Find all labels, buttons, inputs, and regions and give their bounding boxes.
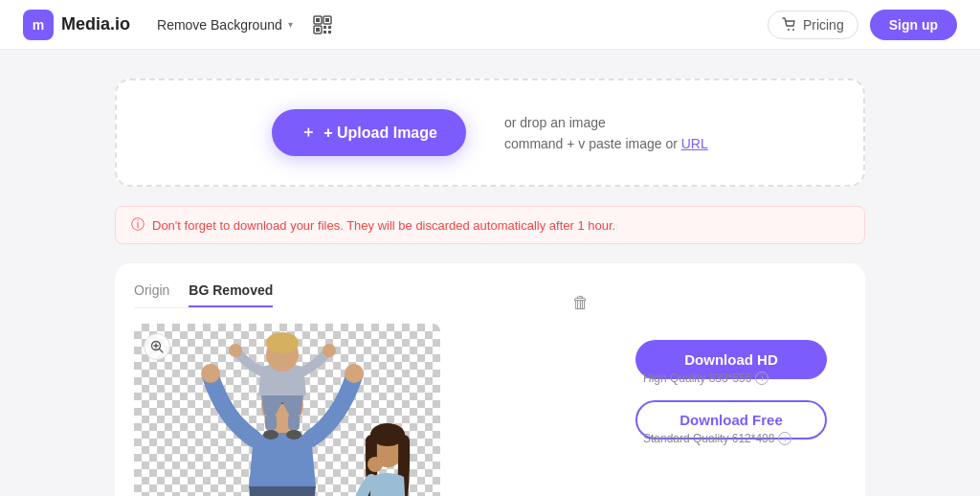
svg-point-10: [788, 29, 790, 31]
upload-label: + Upload Image: [323, 124, 437, 142]
right-panel: Download HD High Quality 833*555 i Downl…: [635, 282, 846, 445]
url-link[interactable]: URL: [681, 136, 708, 151]
svg-rect-3: [325, 18, 329, 22]
upload-icon: ＋: [301, 123, 316, 143]
result-left: Origin BG Removed 🗑: [134, 282, 597, 496]
svg-rect-6: [323, 26, 326, 29]
image-preview: [134, 324, 440, 496]
svg-rect-5: [316, 28, 320, 32]
header-right: Pricing Sign up: [768, 10, 957, 40]
pricing-label: Pricing: [803, 17, 844, 33]
pricing-button[interactable]: Pricing: [768, 11, 858, 39]
warning-banner: ⓘ Don't forget to download your files. T…: [115, 206, 865, 244]
upload-area: ＋ + Upload Image or drop an image comman…: [115, 79, 865, 187]
tab-bg-removed[interactable]: BG Removed: [189, 282, 273, 307]
logo-text: Media.io: [61, 14, 130, 34]
logo: m Media.io: [23, 10, 130, 40]
hd-download-section: Download HD High Quality 833*555 i: [635, 340, 846, 385]
chevron-down-icon: ▾: [288, 19, 293, 30]
svg-point-19: [201, 364, 220, 383]
svg-point-24: [266, 332, 299, 353]
qr-icon: [312, 14, 333, 35]
main-content: ＋ + Upload Image or drop an image comman…: [0, 50, 980, 496]
tool-name: Remove Background: [157, 17, 282, 33]
signup-label: Sign up: [889, 17, 938, 33]
svg-rect-7: [328, 26, 331, 29]
svg-rect-9: [328, 31, 331, 34]
upload-hints: or drop an image command + v paste image…: [504, 115, 708, 151]
svg-rect-27: [265, 414, 277, 431]
svg-point-30: [286, 430, 301, 440]
free-download-section: Download Free Standard Quality 612*408 i: [635, 400, 846, 445]
hd-info-icon[interactable]: i: [755, 372, 768, 385]
signup-button[interactable]: Sign up: [870, 10, 957, 40]
svg-rect-8: [323, 31, 326, 34]
svg-point-32: [370, 423, 405, 446]
qr-button[interactable]: [308, 11, 337, 39]
tool-selector[interactable]: Remove Background ▾: [149, 13, 301, 36]
svg-point-26: [323, 344, 336, 357]
result-card: Origin BG Removed 🗑: [115, 263, 865, 496]
download-hd-label: Download HD: [684, 351, 778, 368]
warning-text: Don't forget to download your files. The…: [152, 218, 615, 233]
logo-icon: m: [23, 10, 54, 40]
delete-button[interactable]: 🗑: [568, 289, 593, 316]
svg-point-33: [368, 457, 383, 472]
people-illustration: [134, 324, 440, 496]
free-info-icon[interactable]: i: [778, 432, 791, 445]
svg-rect-1: [316, 18, 320, 22]
svg-point-25: [229, 344, 242, 357]
cart-icon: [782, 17, 797, 33]
svg-point-11: [792, 29, 794, 31]
warning-icon: ⓘ: [131, 216, 145, 234]
drop-hint: or drop an image: [504, 115, 708, 130]
header: m Media.io Remove Background ▾: [0, 0, 980, 50]
svg-point-20: [345, 364, 364, 383]
upload-button[interactable]: ＋ + Upload Image: [272, 109, 466, 156]
svg-rect-28: [288, 414, 300, 431]
tab-origin[interactable]: Origin: [134, 282, 169, 307]
paste-hint: command + v paste image or URL: [504, 136, 708, 151]
download-free-label: Download Free: [679, 412, 783, 428]
tabs: Origin BG Removed: [134, 282, 273, 308]
image-preview-wrapper: [134, 324, 597, 496]
svg-point-29: [263, 430, 278, 440]
